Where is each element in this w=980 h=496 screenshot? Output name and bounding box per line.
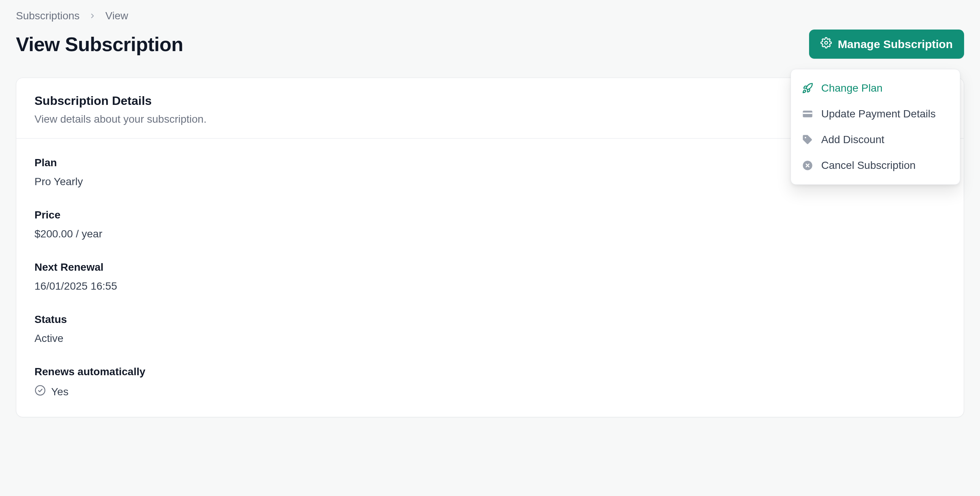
dropdown-item-update-payment[interactable]: Update Payment Details (791, 101, 960, 127)
breadcrumb-subscriptions-link[interactable]: Subscriptions (16, 10, 80, 22)
dropdown-item-cancel-subscription[interactable]: Cancel Subscription (791, 152, 960, 178)
autorenew-text: Yes (51, 386, 68, 398)
field-status: Status Active (35, 314, 945, 345)
credit-card-icon (802, 108, 814, 120)
svg-rect-3 (803, 113, 813, 114)
x-circle-icon (802, 159, 814, 171)
dropdown-label-change-plan: Change Plan (821, 82, 883, 94)
tag-icon (802, 134, 814, 146)
breadcrumb: Subscriptions View (16, 10, 964, 22)
gear-icon (821, 37, 832, 51)
dropdown-label-update-payment: Update Payment Details (821, 108, 935, 120)
dropdown-label-cancel-subscription: Cancel Subscription (821, 159, 916, 171)
dropdown-label-add-discount: Add Discount (821, 134, 885, 146)
field-value-price: $200.00 / year (35, 228, 945, 240)
field-value-status: Active (35, 333, 945, 345)
manage-subscription-button[interactable]: Manage Subscription (809, 30, 964, 59)
manage-subscription-label: Manage Subscription (838, 38, 953, 51)
manage-subscription-dropdown: Change Plan Update Payment Details Add D… (791, 69, 960, 185)
dropdown-item-change-plan[interactable]: Change Plan (791, 75, 960, 101)
field-label-renewal: Next Renewal (35, 261, 945, 273)
svg-point-0 (825, 41, 828, 44)
field-label-status: Status (35, 314, 945, 326)
rocket-icon (802, 82, 814, 94)
check-circle-icon (35, 385, 46, 399)
breadcrumb-current: View (105, 10, 128, 22)
chevron-right-icon (89, 12, 96, 20)
field-price: Price $200.00 / year (35, 209, 945, 240)
dropdown-item-add-discount[interactable]: Add Discount (791, 127, 960, 152)
field-value-renewal: 16/01/2025 16:55 (35, 280, 945, 292)
field-label-price: Price (35, 209, 945, 221)
field-next-renewal: Next Renewal 16/01/2025 16:55 (35, 261, 945, 292)
field-label-autorenew: Renews automatically (35, 366, 945, 378)
svg-point-1 (36, 386, 45, 395)
field-autorenew: Renews automatically Yes (35, 366, 945, 399)
page-title: View Subscription (16, 33, 183, 55)
field-value-autorenew: Yes (35, 385, 68, 399)
svg-point-4 (805, 137, 807, 139)
